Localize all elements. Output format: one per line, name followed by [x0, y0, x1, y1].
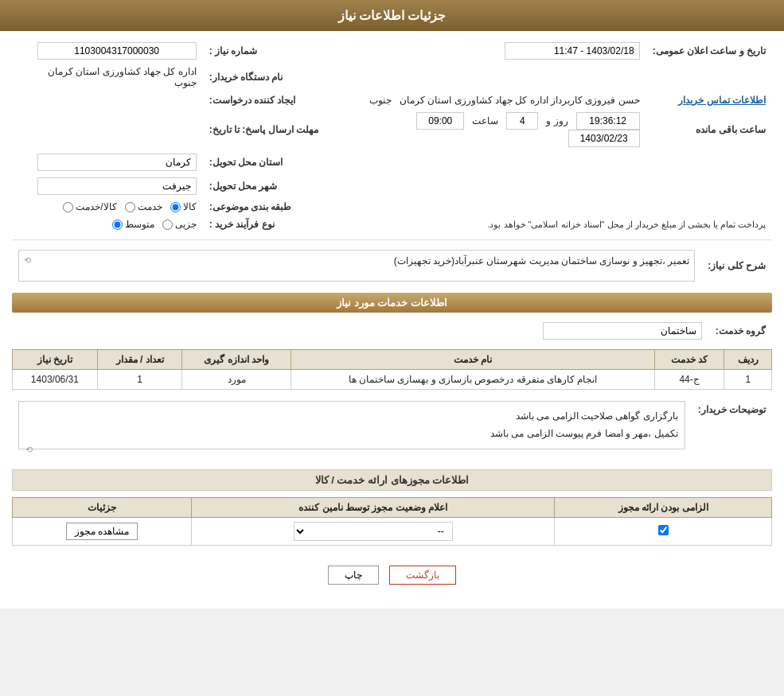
table-row: 1 ج-44 انجام کارهای متفرقه درخصوص بازساز… — [13, 370, 772, 390]
print-button[interactable]: چاپ — [328, 566, 379, 585]
perm-col-status: اعلام وضعیت مجوز توسط نامین کننده — [192, 497, 555, 517]
announcement-input[interactable] — [505, 42, 640, 60]
buyer-notes-content: بارگزاری گواهی صلاحیت الزامی می باشد تکم… — [18, 401, 685, 449]
buyer-org-value: اداره کل جهاد کشاورزی استان کرمان جنوب — [12, 63, 203, 91]
purchase-type-radio-group: متوسط جزیی — [112, 219, 197, 230]
perm-col-details: جزئیات — [13, 497, 192, 517]
description-label: شرح کلی نیاز: — [701, 247, 772, 285]
perm-details-cell: مشاهده مجوز — [13, 517, 192, 545]
radio-partial[interactable] — [162, 220, 173, 230]
description-text: تعمیر ،تجهیز و نوسازی ساختمان مدیریت شهر… — [394, 255, 690, 266]
row-name: انجام کارهای متفرقه درخصوص بازسازی و بهس… — [291, 370, 655, 390]
permissions-table: الزامی بودن ارائه مجوز اعلام وضعیت مجوز … — [12, 497, 772, 546]
province-value — [12, 150, 203, 174]
category-option-kala[interactable]: کالا — [170, 201, 197, 212]
col-code: کد خدمت — [654, 350, 724, 370]
buttons-row: بازگشت چاپ — [12, 558, 772, 601]
deadline-remaining-value: روز و ساعت — [357, 109, 646, 150]
buyer-org-label: نام دستگاه خریدار: — [203, 63, 325, 91]
col-row: ردیف — [724, 350, 772, 370]
city-input[interactable] — [37, 177, 197, 195]
row-date: 1403/06/31 — [13, 370, 98, 390]
radio-medium[interactable] — [112, 220, 123, 230]
category-options: کالا/خدمت خدمت کالا — [12, 198, 203, 216]
buyer-org-region: جنوب — [174, 77, 197, 88]
service-group-label: گروه خدمت: — [708, 319, 772, 343]
creator-region: جنوب — [369, 95, 392, 106]
description-value: تعمیر ،تجهیز و نوسازی ساختمان مدیریت شهر… — [12, 247, 701, 285]
view-permit-button[interactable]: مشاهده مجوز — [66, 523, 138, 540]
col-name: نام خدمت — [291, 350, 655, 370]
deadline-remaining-input[interactable] — [576, 112, 640, 130]
purchase-type-note: پرداخت تمام یا بخشی از مبلغ خریدار از مح… — [357, 216, 772, 233]
services-table: ردیف کد خدمت نام خدمت واحد اندازه گیری ت… — [12, 349, 772, 390]
info-table: تاریخ و ساعت اعلان عمومی: شماره نیاز : ن… — [12, 39, 772, 233]
creator-link-cell: اطلاعات تماس خریدار — [646, 91, 772, 109]
divider-1 — [12, 239, 772, 240]
service-group-table: گروه خدمت: — [12, 319, 772, 343]
col-date: تاریخ نیاز — [13, 350, 98, 370]
purchase-type-label: نوع فرآیند خرید : — [203, 216, 325, 233]
creator-value: حسن فیروزی کاربرداز اداره کل جهاد کشاورز… — [357, 91, 646, 109]
creator-contact-link[interactable]: اطلاعات تماس خریدار — [678, 95, 766, 106]
back-button[interactable]: بازگشت — [389, 566, 456, 585]
services-section-title: اطلاعات خدمات مورد نیاز — [12, 293, 772, 313]
description-table: شرح کلی نیاز: تعمیر ،تجهیز و نوسازی ساخت… — [12, 247, 772, 285]
page-title: جزئیات اطلاعات نیاز — [338, 9, 447, 22]
deadline-date-input[interactable] — [568, 130, 640, 147]
row-unit: مورد — [182, 370, 291, 390]
row-code: ج-44 — [654, 370, 724, 390]
perm-table-row: -- مشاهده مجوز — [13, 517, 772, 545]
announcement-label: تاریخ و ساعت اعلان عمومی: — [646, 39, 772, 63]
col-qty: تعداد / مقدار — [97, 350, 182, 370]
radio-kala[interactable] — [170, 202, 181, 212]
perm-col-required: الزامی بودن ارائه مجوز — [555, 497, 772, 517]
need-number-input[interactable] — [37, 42, 197, 60]
page-header: جزئیات اطلاعات نیاز — [0, 0, 784, 31]
col-unit: واحد اندازه گیری — [182, 350, 291, 370]
city-label: شهر محل تحویل: — [203, 174, 325, 198]
description-resize[interactable]: ⟲ — [24, 255, 31, 266]
buyer-notes-label: توضیحات خریدار: — [692, 398, 772, 461]
purchase-type-partial[interactable]: جزیی — [162, 219, 197, 230]
province-label: استان محل تحویل: — [203, 150, 325, 174]
creator-text: حسن فیروزی کاربرداز اداره کل جهاد کشاورز… — [400, 95, 640, 106]
notes-resize[interactable]: ⟲ — [25, 442, 33, 458]
purchase-type-options: متوسط جزیی — [12, 216, 203, 233]
service-group-input[interactable] — [543, 322, 702, 340]
buyer-notes-table: توضیحات خریدار: بارگزاری گواهی صلاحیت ال… — [12, 398, 772, 461]
perm-required-checkbox[interactable] — [658, 525, 669, 535]
purchase-type-medium[interactable]: متوسط — [112, 219, 154, 230]
permissions-section-title: اطلاعات مجوزهای ارائه خدمت / کالا — [12, 469, 772, 491]
deadline-label: مهلت ارسال پاسخ: تا تاریخ: — [203, 109, 325, 150]
province-input[interactable] — [37, 154, 197, 171]
deadline-time-input[interactable] — [416, 112, 464, 130]
buyer-org-text: اداره کل جهاد کشاورزی استان کرمان — [48, 66, 197, 77]
category-label: طبقه بندی موضوعی: — [203, 198, 325, 216]
radio-kala-khedmat[interactable] — [63, 202, 73, 212]
days-label: روز و — [546, 115, 568, 126]
perm-required-cell — [555, 517, 772, 545]
row-num: 1 — [724, 370, 772, 390]
category-option-kala-khedmat[interactable]: کالا/خدمت — [63, 201, 116, 212]
perm-status-select[interactable]: -- — [294, 522, 453, 541]
announcement-value — [357, 39, 646, 63]
need-number-label: شماره نیاز : — [203, 39, 325, 63]
creator-label: ایجاد کننده درخواست: — [203, 91, 325, 109]
city-value — [12, 174, 203, 198]
deadline-remaining-label: ساعت باقی مانده — [646, 109, 772, 150]
time-label: ساعت — [472, 115, 498, 126]
buyer-notes-value: بارگزاری گواهی صلاحیت الزامی می باشد تکم… — [12, 398, 692, 461]
deadline-days-input[interactable] — [506, 112, 538, 130]
radio-khedmat[interactable] — [125, 202, 135, 212]
perm-status-cell: -- — [192, 517, 555, 545]
row-qty: 1 — [97, 370, 182, 390]
page-wrapper: جزئیات اطلاعات نیاز تاریخ و ساعت اعلان ع… — [0, 0, 784, 609]
category-radio-group: کالا/خدمت خدمت کالا — [63, 201, 196, 212]
need-number-value — [12, 39, 203, 63]
category-option-khedmat[interactable]: خدمت — [125, 201, 162, 212]
main-content: تاریخ و ساعت اعلان عمومی: شماره نیاز : ن… — [0, 31, 784, 609]
service-group-value — [12, 319, 708, 343]
